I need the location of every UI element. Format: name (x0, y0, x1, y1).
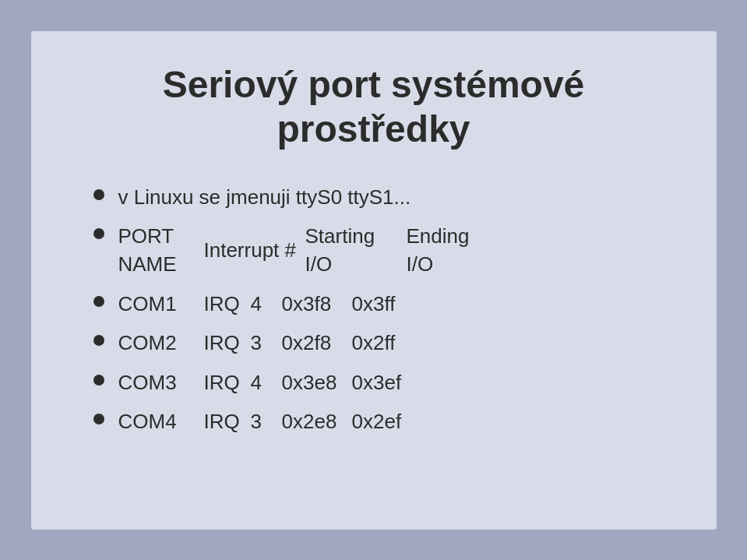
list-item: COM1 IRQ 4 0x3f8 0x3ff (93, 290, 670, 318)
slide-title: Seriový port systémové prostředky (163, 62, 585, 152)
bullet-icon (93, 189, 104, 200)
com3-row: COM3 IRQ 4 0x3e8 0x3ef (118, 368, 422, 396)
slide-container: Seriový port systémové prostředky v Linu… (31, 31, 717, 530)
list-item: PORT NAME Interrupt # Starting I/O Endin… (93, 222, 670, 279)
com2-row: COM2 IRQ 3 0x2f8 0x2ff (118, 329, 422, 357)
bullet-icon (93, 296, 104, 307)
bullet-icon (93, 335, 104, 346)
bullet-icon (93, 375, 104, 386)
list-item: COM2 IRQ 3 0x2f8 0x2ff (93, 329, 670, 357)
com1-row: COM1 IRQ 4 0x3f8 0x3ff (118, 290, 422, 318)
table-header-row: PORT NAME Interrupt # Starting I/O Endin… (118, 222, 500, 279)
com4-row: COM4 IRQ 3 0x2e8 0x2ef (118, 407, 422, 435)
bullet-icon (93, 414, 104, 424)
list-item: COM3 IRQ 4 0x3e8 0x3ef (93, 368, 670, 396)
bullet-icon (93, 228, 104, 239)
list-item: COM4 IRQ 3 0x2e8 0x2ef (93, 407, 670, 435)
slide-content: v Linuxu se jmenuji ttyS0 ttyS1... PORT … (78, 183, 670, 447)
list-item: v Linuxu se jmenuji ttyS0 ttyS1... (93, 183, 670, 211)
